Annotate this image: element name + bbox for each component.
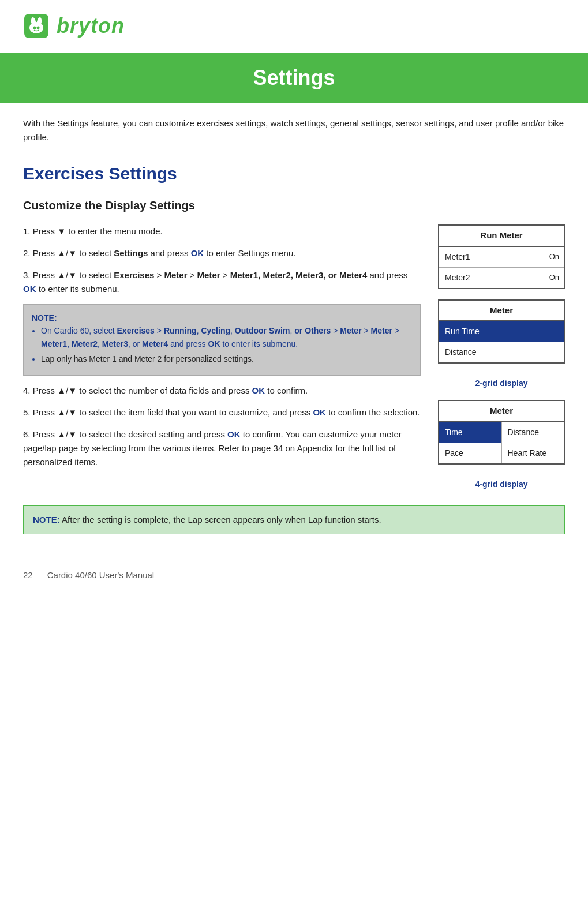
meter-2grid-row-1: Run Time [439,321,564,342]
step-1: 1. Press ▼ to enter the menu mode. [23,224,421,238]
note-gray-item-2: Lap only has Meter 1 and Meter 2 for per… [41,353,412,365]
manual-title: Cardio 40/60 User's Manual [47,570,154,580]
step-5-icon: ▲/▼ [57,407,77,417]
step-2-ok: OK [191,248,204,258]
note-gray-item-1: On Cardio 60, select Exercises > Running… [41,324,412,350]
steps-column: 1. Press ▼ to enter the menu mode. 2. Pr… [23,224,421,477]
brand-name: bryton [57,10,125,42]
meter-4grid-row-1: Time Distance [439,422,564,443]
step-6-ok: OK [227,429,241,439]
step-5: 5. Press ▲/▼ to select the item field th… [23,406,421,420]
step-6-text: to select the desired setting and press [79,429,227,439]
step-5-number: 5. Press [23,407,57,417]
banner-title: Settings [0,62,588,93]
run-meter-meter2-on: On [545,268,564,288]
run-meter-title: Run Meter [439,226,564,247]
meter-4grid-distance: Distance [501,422,564,443]
step-3-text2: to enter its submenu. [39,284,119,294]
step-5-text: to select the item field that you want t… [79,407,313,417]
note-box-gray: NOTE: On Cardio 60, select Exercises > R… [23,304,421,376]
step-4-text: to select the number of data fields and … [79,385,252,395]
step-6: 6. Press ▲/▼ to select the desired setti… [23,428,421,469]
run-meter-row-1: Meter1 On [439,247,564,268]
step-5-text2: to confirm the selection. [328,407,420,417]
meter-2grid-run-time: Run Time [439,321,564,342]
step-4-number: 4. Press [23,385,57,395]
step-4-ok: OK [252,385,265,395]
meter-2grid-title: Meter [439,301,564,322]
run-meter-row-2: Meter2 On [439,268,564,288]
note-gray-list: On Cardio 60, select Exercises > Running… [41,324,412,365]
intro-text: With the Settings feature, you can custo… [23,117,565,144]
step-3-ok: OK [23,284,36,294]
step-2-number: 2. Press [23,248,57,258]
run-meter-meter1-on: On [545,247,564,267]
step-2-text1: to select Settings and press [79,248,190,258]
section-title: Exercises Settings [23,160,565,186]
meter-4grid-heart-rate: Heart Rate [501,443,564,463]
subsection-title: Customize the Display Settings [23,197,565,214]
step-3-number: 3. Press [23,270,57,280]
note-box-green: NOTE: After the setting is complete, the… [23,505,565,534]
bryton-logo-icon [23,13,50,39]
step-3-text: to select Exercises > Meter > Meter > Me… [79,270,407,280]
run-meter-meter2-label: Meter2 [439,268,545,288]
header: bryton [0,0,588,47]
step-4-text2: to confirm. [267,385,308,395]
step-5-ok: OK [313,407,326,417]
settings-banner: Settings [0,53,588,103]
meter-4grid-time: Time [439,422,501,443]
meter-4grid-pace: Pace [439,443,501,463]
svg-point-5 [37,27,40,29]
step-2: 2. Press ▲/▼ to select Settings and pres… [23,246,421,260]
diagrams-column: Run Meter Meter1 On Meter2 On Meter Run … [438,224,565,492]
step-2-text2: to enter Settings menu. [206,248,295,258]
run-meter-meter1-label: Meter1 [439,247,545,267]
step-2-icon: ▲/▼ [57,248,77,258]
svg-point-1 [29,22,43,33]
svg-point-4 [33,27,36,29]
step-4-icon: ▲/▼ [57,385,77,395]
meter-2grid-caption: 2-grid display [438,374,565,391]
meter-4grid-caption: 4-grid display [438,475,565,492]
meter-4grid-title: Meter [439,401,564,422]
note-gray-label: NOTE: [32,313,57,323]
step-1-text: to enter the menu mode. [68,226,162,236]
step-3: 3. Press ▲/▼ to select Exercises > Meter… [23,268,421,296]
note-green-text: After the setting is complete, the Lap s… [62,515,381,525]
step-6-number: 6. Press [23,429,57,439]
step-4: 4. Press ▲/▼ to select the number of dat… [23,384,421,398]
step-1-number: 1. Press [23,226,57,236]
steps-diagrams-layout: 1. Press ▼ to enter the menu mode. 2. Pr… [23,224,565,492]
step-3-icon: ▲/▼ [57,270,77,280]
page-number: 22 [23,570,33,580]
step-6-icon: ▲/▼ [57,429,77,439]
meter-2grid-diagram: Meter Run Time Distance [438,299,565,364]
footer: 22 Cardio 40/60 User's Manual [0,557,588,594]
note-green-label: NOTE: [33,515,60,525]
step-1-icon: ▼ [57,226,66,236]
meter-2grid-distance: Distance [439,342,564,362]
meter-2grid-row-2: Distance [439,342,564,362]
main-content: With the Settings feature, you can custo… [0,103,588,557]
meter-4grid-diagram: Meter Time Distance Pace Heart Rate [438,400,565,465]
meter-4grid-row-2: Pace Heart Rate [439,443,564,463]
run-meter-diagram: Run Meter Meter1 On Meter2 On [438,224,565,289]
